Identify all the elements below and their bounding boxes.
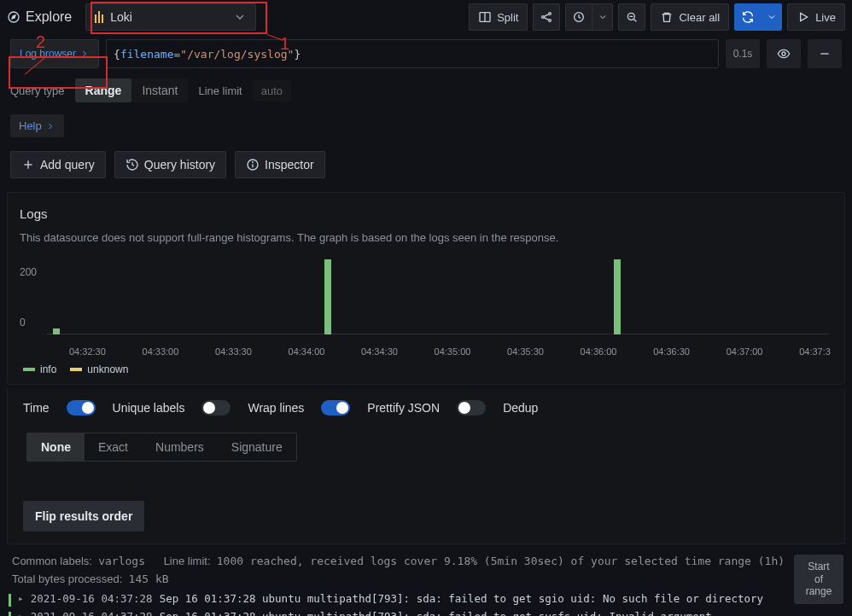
clear-all-button[interactable]: Clear all [651, 3, 729, 31]
time-range-dropdown[interactable] [592, 3, 613, 31]
datasource-name: Loki [110, 10, 132, 24]
log-row[interactable]: ▸2021-09-16 04:37:28Sep 16 01:37:28 ubun… [7, 590, 845, 608]
svg-line-7 [545, 15, 549, 17]
dedup-option-none[interactable]: None [27, 433, 85, 461]
log-browser-button[interactable]: Log browser [10, 39, 99, 68]
log-browser-label: Log browser [20, 48, 76, 60]
log-timestamp: 2021-09-16 04:37:28 [31, 610, 153, 616]
svg-point-20 [253, 162, 254, 163]
chart-x-axis [47, 334, 829, 334]
log-level-indicator [9, 594, 11, 607]
legend-label: info [40, 363, 56, 375]
query-history-button[interactable]: Query history [114, 151, 226, 178]
add-query-button[interactable]: Add query [10, 151, 106, 178]
query-type-range[interactable]: Range [75, 78, 132, 102]
start-l3: range [806, 585, 832, 597]
chart-xtick: 04:35:30 [507, 346, 544, 357]
explore-header-text: Explore [26, 9, 72, 25]
eye-icon [777, 47, 791, 61]
log-expand-icon[interactable]: ▸ [18, 611, 24, 616]
log-volume-chart[interactable]: 0200 [47, 259, 829, 345]
logs-panel: Logs This datasource does not support fu… [7, 192, 845, 385]
chart-xtick: 04:37:3 [799, 346, 831, 357]
time-range-group [565, 3, 613, 31]
svg-point-5 [549, 13, 551, 15]
line-limit-input[interactable]: auto [253, 80, 291, 102]
time-toggle-label: Time [23, 401, 50, 415]
chevron-down-icon [233, 10, 247, 24]
minus-icon [818, 47, 832, 61]
query-type-segment: Range Instant [75, 78, 189, 102]
dedup-option-numbers[interactable]: Numbers [142, 433, 218, 461]
loki-icon [95, 11, 103, 23]
chart-ytick: 200 [20, 266, 37, 278]
start-of-range-button[interactable]: Start of range [794, 555, 843, 604]
time-range-button[interactable] [565, 3, 592, 31]
log-expand-icon[interactable]: ▸ [18, 593, 24, 604]
query-input[interactable]: {filename="/var/log/syslog"} [106, 39, 719, 68]
dedup-option-signature[interactable]: Signature [218, 433, 296, 461]
line-limit-label: Line limit [198, 84, 242, 97]
toolbar-right: Split Clear all [469, 3, 845, 31]
dedup-label: Dedup [503, 401, 538, 415]
share-icon [540, 10, 553, 24]
log-meta: Common labels: varlogs Line limit: 1000 … [7, 555, 845, 585]
legend-item[interactable]: info [23, 363, 56, 375]
common-labels-key: Common labels: [12, 555, 92, 567]
query-type-instant[interactable]: Instant [131, 78, 188, 102]
compass-icon [7, 10, 20, 24]
legend-swatch [23, 368, 35, 371]
chart-xtick: 04:37:00 [727, 346, 763, 357]
help-label: Help [19, 119, 42, 132]
help-button[interactable]: Help [10, 114, 64, 137]
dedup-segment: NoneExactNumbersSignature [26, 433, 297, 462]
play-icon [797, 10, 810, 24]
flip-results-button[interactable]: Flip results order [23, 501, 144, 532]
chart-xtick: 04:34:30 [361, 346, 398, 357]
time-toggle[interactable] [67, 400, 96, 416]
dedup-option-exact[interactable]: Exact [85, 433, 142, 461]
run-interval-dropdown[interactable] [762, 3, 782, 31]
log-timestamp: 2021-09-16 04:37:28 [31, 592, 153, 605]
live-button[interactable]: Live [787, 3, 845, 31]
clock-icon [572, 10, 586, 24]
clear-all-label: Clear all [679, 11, 720, 24]
query-actions: Add query Query history Inspector [0, 144, 852, 189]
svg-point-4 [542, 16, 545, 19]
run-group [734, 3, 782, 31]
log-rows: ▸2021-09-16 04:37:28Sep 16 01:37:28 ubun… [7, 590, 845, 616]
legend-swatch [70, 368, 82, 371]
chart-xtick: 04:35:00 [435, 346, 471, 357]
chevron-down-icon [767, 12, 777, 22]
chart-xtick: 04:33:00 [143, 346, 179, 357]
refresh-icon [741, 10, 755, 24]
disable-query-button[interactable] [767, 39, 801, 68]
history-icon [125, 158, 139, 171]
plus-icon [21, 158, 35, 171]
query-row: Log browser {filename="/var/log/syslog"}… [0, 34, 852, 73]
run-query-button[interactable] [734, 3, 762, 31]
chart-xtick: 04:34:00 [289, 346, 325, 357]
log-row[interactable]: ▸2021-09-16 04:37:28Sep 16 01:37:28 ubun… [7, 608, 845, 616]
legend-item[interactable]: unknown [70, 363, 128, 375]
bytes-value: 145 kB [129, 572, 169, 585]
chart-legend: infounknown [23, 363, 832, 375]
inspector-button[interactable]: Inspector [235, 151, 325, 178]
svg-point-14 [782, 52, 785, 55]
zoom-out-button[interactable] [618, 3, 645, 31]
bytes-key: Total bytes processed: [12, 572, 122, 585]
datasource-picker[interactable]: Loki [85, 3, 256, 31]
wrap-lines-toggle[interactable] [321, 400, 350, 416]
remove-query-button[interactable] [808, 39, 842, 68]
prettify-json-toggle[interactable] [457, 400, 486, 416]
query-duration: 0.1s [726, 39, 760, 68]
share-button[interactable] [533, 3, 560, 31]
chevron-right-icon [45, 121, 55, 131]
wrap-lines-label: Wrap lines [248, 401, 304, 415]
split-button[interactable]: Split [469, 3, 528, 31]
chart-bar [324, 259, 331, 334]
chevron-down-icon [598, 12, 608, 22]
line-limit-key: Line limit: [164, 555, 211, 567]
log-message: Sep 16 01:37:28 ubuntu multipathd[793]: … [160, 592, 763, 605]
unique-labels-toggle[interactable] [201, 400, 231, 416]
